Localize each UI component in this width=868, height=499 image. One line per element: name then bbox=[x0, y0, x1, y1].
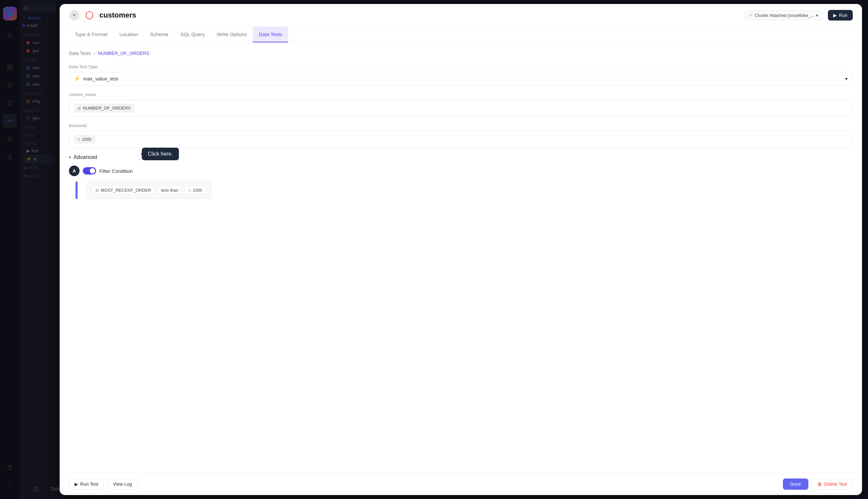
threshold-chip-icon: ≡ bbox=[77, 137, 80, 142]
data-test-type-select[interactable]: ⚡ max_value_test ▾ bbox=[69, 72, 853, 85]
filter-chip-column[interactable]: ⊞ MOST_RECENT_ORDER bbox=[92, 186, 155, 195]
breadcrumb-separator: › bbox=[94, 50, 95, 56]
breadcrumb: Data Tests › NUMBER_OF_ORDERS bbox=[69, 50, 853, 56]
view-log-button[interactable]: View Log bbox=[107, 478, 137, 490]
run-test-icon: ▶ bbox=[74, 482, 78, 487]
select-icon: ⚡ bbox=[74, 75, 81, 82]
filter-chip-value[interactable]: ≡ 1000 bbox=[184, 186, 206, 195]
tabs-bar: Type & Format Location Schema SQL Query … bbox=[60, 27, 862, 42]
tab-schema[interactable]: Schema bbox=[144, 27, 174, 42]
filter-chips-row: ⊞ MOST_RECENT_ORDER less than ≡ 1000 bbox=[75, 181, 853, 199]
column-name-input[interactable]: ⊞ NUMBER_OF_ORDERS bbox=[69, 100, 853, 117]
run-test-label: Run Test bbox=[80, 482, 98, 487]
threshold-input[interactable]: ≡ 1000 bbox=[69, 131, 853, 148]
customers-icon bbox=[85, 11, 94, 20]
filter-condition-label: Filter Condition bbox=[99, 168, 133, 174]
run-icon: ▶ bbox=[833, 13, 837, 18]
column-name-chip: ⊞ NUMBER_OF_ORDERS bbox=[74, 104, 134, 112]
modal-header: × customers ✓ Cluster Attached (snowflak… bbox=[60, 4, 862, 27]
close-button[interactable]: × bbox=[69, 10, 80, 21]
tooltip-area: Click here. bbox=[142, 154, 158, 154]
cluster-label: Cluster Attached (snowflake_... bbox=[755, 13, 814, 18]
cluster-check-icon: ✓ bbox=[749, 13, 753, 18]
tab-data-tests[interactable]: Data Tests bbox=[253, 27, 288, 42]
modal: × customers ✓ Cluster Attached (snowflak… bbox=[60, 4, 862, 495]
tab-write-options[interactable]: Write Options bbox=[211, 27, 253, 42]
chip-operator-label: less than bbox=[161, 188, 178, 193]
threshold-chip: ≡ 1000 bbox=[74, 135, 95, 143]
advanced-chevron-icon: ▾ bbox=[69, 155, 71, 160]
column-name-label: column_name bbox=[69, 92, 853, 97]
cluster-dropdown-icon: ▾ bbox=[816, 13, 818, 18]
threshold-chip-label: 1000 bbox=[82, 137, 92, 142]
delete-test-button[interactable]: 🗑 Delete Test bbox=[812, 478, 853, 490]
run-test-button[interactable]: ▶ Run Test bbox=[69, 478, 104, 490]
advanced-section: ▾ Advanced Click here. A Filter Conditio… bbox=[69, 154, 853, 199]
user-avatar: A bbox=[69, 166, 80, 176]
done-button[interactable]: Done bbox=[783, 478, 808, 490]
filter-chip-operator[interactable]: less than bbox=[157, 186, 182, 195]
breadcrumb-current: NUMBER_OF_ORDERS bbox=[98, 51, 149, 56]
tab-type-format[interactable]: Type & Format bbox=[69, 27, 113, 42]
breadcrumb-parent[interactable]: Data Tests bbox=[69, 51, 91, 56]
delete-icon: 🗑 bbox=[817, 482, 822, 487]
advanced-header[interactable]: ▾ Advanced bbox=[69, 154, 853, 160]
chip-column-label: MOST_RECENT_ORDER bbox=[101, 188, 151, 193]
tab-location[interactable]: Location bbox=[113, 27, 144, 42]
threshold-group: threshold ≡ 1000 bbox=[69, 123, 853, 148]
filter-chips-container: ⊞ MOST_RECENT_ORDER less than ≡ 1000 bbox=[86, 181, 212, 199]
advanced-label: Advanced bbox=[74, 154, 97, 160]
column-name-chip-label: NUMBER_OF_ORDERS bbox=[83, 106, 131, 111]
chip-value-label: 1000 bbox=[192, 188, 202, 193]
footer-left: ▶ Run Test View Log bbox=[69, 478, 137, 490]
modal-body: Data Tests › NUMBER_OF_ORDERS Data Test … bbox=[60, 42, 862, 473]
threshold-label: threshold bbox=[69, 123, 853, 128]
filter-toggle[interactable] bbox=[83, 167, 96, 174]
chip-column-icon: ⊞ bbox=[95, 188, 99, 193]
view-log-label: View Log bbox=[113, 482, 132, 487]
run-label: Run bbox=[839, 13, 847, 18]
modal-footer: ▶ Run Test View Log Done 🗑 Delete Test bbox=[60, 473, 862, 495]
select-chevron-icon: ▾ bbox=[845, 76, 848, 82]
filter-chips-wrapper: ⊞ MOST_RECENT_ORDER less than ≡ 1000 bbox=[69, 181, 853, 199]
modal-title: customers bbox=[99, 11, 417, 20]
data-test-type-value: max_value_test bbox=[83, 76, 118, 82]
column-name-group: column_name ⊞ NUMBER_OF_ORDERS bbox=[69, 92, 853, 117]
delete-test-label: Delete Test bbox=[824, 482, 847, 487]
tab-sql-query[interactable]: SQL Query bbox=[174, 27, 211, 42]
column-chip-icon: ⊞ bbox=[77, 106, 81, 111]
data-test-type-group: Data Test Type ⚡ max_value_test ▾ bbox=[69, 64, 853, 85]
svg-marker-19 bbox=[86, 11, 93, 19]
chip-value-icon: ≡ bbox=[188, 188, 191, 193]
cluster-badge[interactable]: ✓ Cluster Attached (snowflake_... ▾ bbox=[745, 10, 823, 20]
filter-accent-bar bbox=[75, 181, 77, 199]
filter-condition-row: A Filter Condition bbox=[69, 166, 853, 176]
tooltip-bubble: Click here. bbox=[142, 148, 179, 160]
footer-right: Done 🗑 Delete Test bbox=[783, 478, 853, 490]
data-test-type-label: Data Test Type bbox=[69, 64, 853, 69]
run-button[interactable]: ▶ Run bbox=[828, 10, 853, 21]
